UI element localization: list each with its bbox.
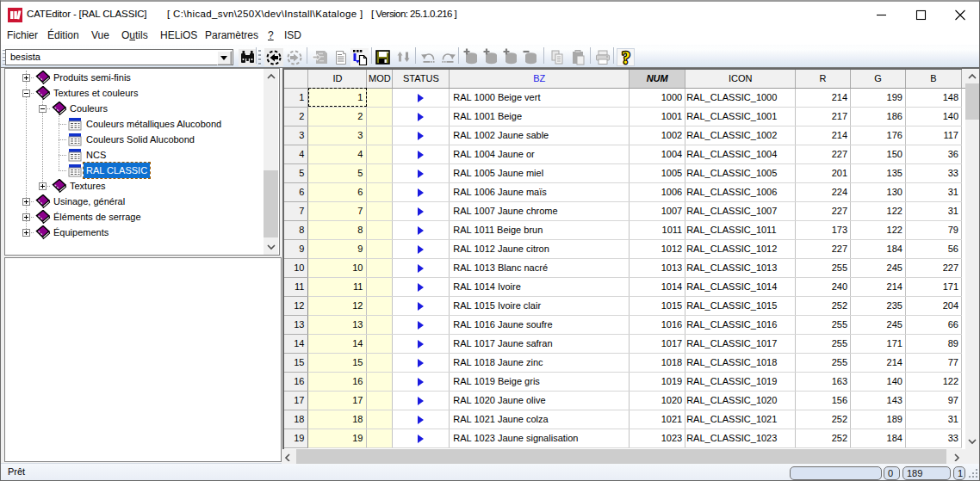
svg-text:?: ? [622,48,630,67]
